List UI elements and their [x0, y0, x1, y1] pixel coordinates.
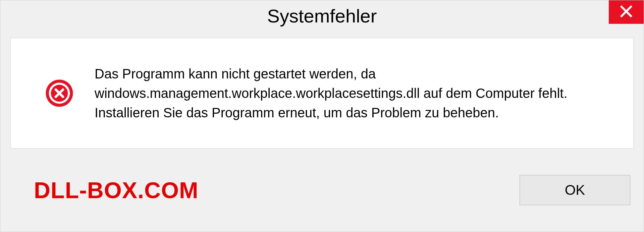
dialog-title: Systemfehler: [267, 5, 377, 27]
watermark-text: DLL-BOX.COM: [34, 177, 199, 203]
close-icon: [620, 5, 633, 19]
ok-button[interactable]: OK: [520, 175, 630, 205]
close-button[interactable]: [609, 0, 644, 24]
error-message: Das Programm kann nicht gestartet werden…: [95, 64, 613, 122]
dialog-footer: DLL-BOX.COM OK: [0, 149, 644, 232]
content-panel: Das Programm kann nicht gestartet werden…: [10, 38, 634, 149]
error-icon: [44, 78, 74, 108]
error-dialog: Systemfehler Das Programm kann nicht ges…: [0, 0, 644, 232]
titlebar: Systemfehler: [0, 0, 644, 31]
